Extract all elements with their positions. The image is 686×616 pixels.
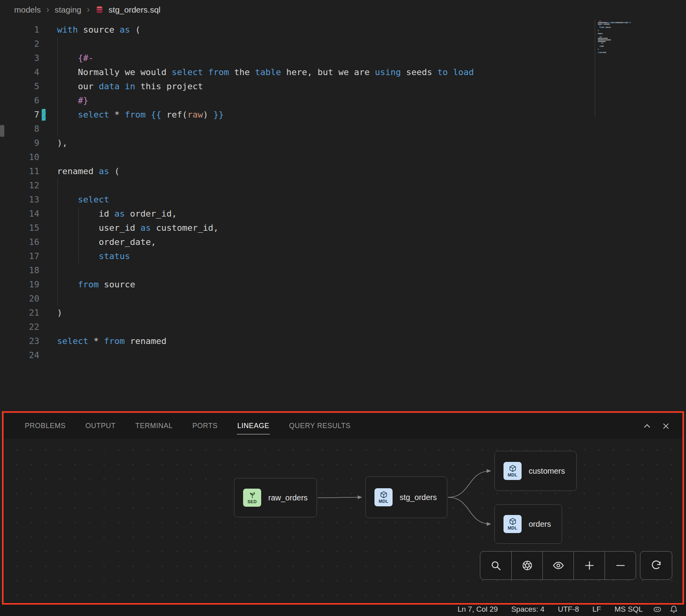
lineage-toolbar-main <box>480 551 636 580</box>
status-cursor-position[interactable]: Ln 7, Col 29 <box>457 605 498 614</box>
aperture-icon <box>522 560 533 571</box>
copilot-status-button[interactable] <box>653 605 662 614</box>
indent-guide <box>78 207 79 221</box>
code-line[interactable]: 17 status <box>5 249 686 263</box>
aperture-button[interactable] <box>511 552 542 579</box>
code-line[interactable]: 24 <box>5 348 686 362</box>
node-label: orders <box>529 520 551 529</box>
bell-icon <box>669 605 678 614</box>
breadcrumb-separator: › <box>46 5 49 15</box>
statusbar-icons <box>653 605 678 614</box>
line-number: 14 <box>5 207 39 221</box>
panel-tab-ports[interactable]: PORTS <box>192 418 218 434</box>
code-text: Normally we would select from the table … <box>57 65 474 79</box>
zoom-in-button[interactable] <box>574 552 605 579</box>
line-number: 12 <box>5 178 39 193</box>
code-line[interactable]: 6 #} <box>5 94 686 108</box>
line-number: 5 <box>5 79 39 94</box>
code-text: ), <box>57 136 68 150</box>
panel-tab-lineage[interactable]: LINEAGE <box>237 418 270 434</box>
code-line[interactable]: 4 Normally we would select from the tabl… <box>5 65 686 79</box>
code-text: our data in this project <box>57 79 203 94</box>
code-editor[interactable]: 1with source as (23 {#-4 Normally we wou… <box>5 20 686 414</box>
code-line[interactable]: 12 <box>5 178 686 193</box>
code-line[interactable]: 22 <box>5 320 686 334</box>
indent-guide <box>57 263 58 278</box>
line-number: 19 <box>5 278 39 292</box>
code-text: from source <box>57 278 135 292</box>
search-button[interactable] <box>480 552 511 579</box>
code-line[interactable]: 20 <box>5 292 686 306</box>
vscode-window: models›staging› stg_orders.sql 1with sou… <box>0 0 686 616</box>
panel-maximize-button[interactable] <box>643 422 651 430</box>
code-line[interactable]: 9), <box>5 136 686 150</box>
node-label: stg_orders <box>400 493 437 502</box>
lineage-node-raw_orders[interactable]: SEDraw_orders <box>234 478 317 517</box>
lineage-toolbar <box>480 551 672 580</box>
code-line[interactable]: 18 <box>5 263 686 278</box>
code-text: renamed as ( <box>57 164 120 178</box>
breadcrumb-item[interactable]: models <box>14 5 41 15</box>
node-type-badge: SED <box>247 500 257 504</box>
notifications-bell-button[interactable] <box>669 605 678 614</box>
line-number: 1 <box>5 23 39 37</box>
panel-tab-query-results[interactable]: QUERY RESULTS <box>289 418 351 434</box>
lineage-canvas[interactable]: SEDraw_orders MDLstg_orders MDLcustomers… <box>4 439 682 602</box>
code-line[interactable]: 2 <box>5 37 686 51</box>
indent-guide <box>57 207 58 221</box>
code-line[interactable]: 7 select * from {{ ref(raw) }} <box>5 108 686 122</box>
panel-close-button[interactable] <box>662 422 670 430</box>
code-line[interactable]: 19 from source <box>5 278 686 292</box>
search-icon <box>490 560 502 571</box>
editor-lines: 1with source as (23 {#-4 Normally we wou… <box>5 23 686 362</box>
status-indentation[interactable]: Spaces: 4 <box>511 605 545 614</box>
code-text: with source as ( <box>57 23 140 37</box>
status-language-mode[interactable]: MS SQL <box>614 605 643 614</box>
status-encoding[interactable]: UTF-8 <box>558 605 579 614</box>
panel-tab-problems[interactable]: PROBLEMS <box>24 418 66 434</box>
indent-guide <box>57 51 58 65</box>
left-gutter-strip <box>0 20 5 413</box>
lineage-node-stg_orders[interactable]: MDLstg_orders <box>365 476 447 518</box>
line-number: 4 <box>5 65 39 79</box>
code-line[interactable]: 11renamed as ( <box>5 164 686 178</box>
breadcrumb: models›staging› stg_orders.sql <box>0 0 686 20</box>
code-line[interactable]: 21) <box>5 306 686 320</box>
breadcrumb-item[interactable]: staging <box>55 5 81 15</box>
code-text: ) <box>57 306 62 320</box>
node-type-badge: MDL <box>379 499 389 504</box>
code-line[interactable]: 10 <box>5 150 686 164</box>
code-line[interactable]: 23select * from renamed <box>5 334 686 348</box>
code-line[interactable]: 13 select <box>5 193 686 207</box>
lineage-node-customers[interactable]: MDLcustomers <box>494 451 577 491</box>
zoom-out-button[interactable] <box>605 552 636 579</box>
close-icon <box>662 422 670 430</box>
code-line[interactable]: 5 our data in this project <box>5 79 686 94</box>
code-line[interactable]: 3 {#- <box>5 51 686 65</box>
code-line[interactable]: 16 order_date, <box>5 235 686 249</box>
left-strip-marker <box>0 125 4 137</box>
status-eol[interactable]: LF <box>592 605 601 614</box>
eye-button[interactable] <box>542 552 574 579</box>
lineage-node-orders[interactable]: MDLorders <box>494 504 562 544</box>
code-line[interactable]: 8 <box>5 122 686 136</box>
code-line[interactable]: 14 id as order_id, <box>5 207 686 221</box>
code-text: id as order_id, <box>57 207 177 221</box>
code-line[interactable]: 15 user_id as customer_id, <box>5 221 686 235</box>
indent-guide <box>78 235 79 249</box>
code-text: select <box>57 193 109 207</box>
breadcrumb-item[interactable]: stg_orders.sql <box>109 5 160 15</box>
minimap[interactable] <box>598 17 667 55</box>
model-icon <box>509 465 516 472</box>
code-line[interactable]: 1with source as ( <box>5 23 686 37</box>
panel-tab-terminal[interactable]: TERMINAL <box>135 418 173 434</box>
refresh-button[interactable] <box>640 552 672 579</box>
line-number: 18 <box>5 263 39 278</box>
line-number: 17 <box>5 249 39 263</box>
statusbar-items: Ln 7, Col 29Spaces: 4UTF-8LFMS SQL <box>457 605 643 614</box>
panel-tab-output[interactable]: OUTPUT <box>85 418 116 434</box>
file-database-icon <box>95 6 104 14</box>
model-icon <box>509 518 516 525</box>
line-number: 15 <box>5 221 39 235</box>
indent-guide <box>57 94 58 108</box>
